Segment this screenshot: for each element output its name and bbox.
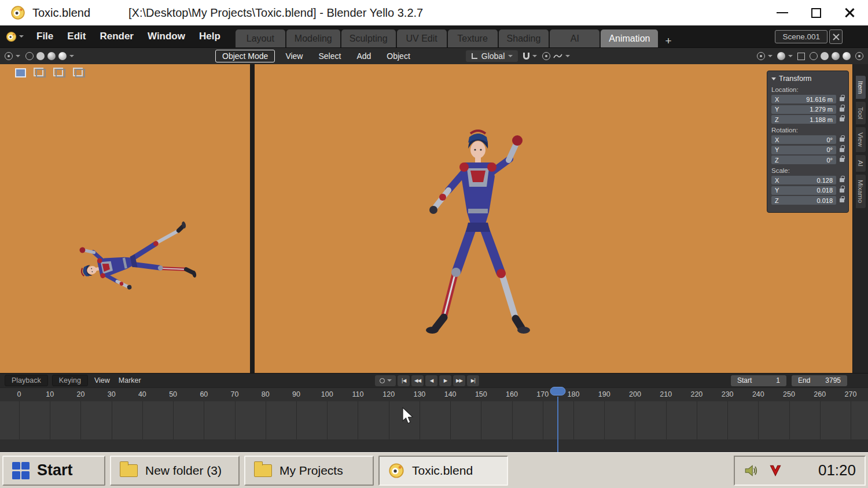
workspace-tab-animation[interactable]: Animation [601,29,658,47]
falloff-curve-icon[interactable] [553,53,562,59]
workspace-tab-layout[interactable]: Layout [236,29,285,47]
workspace-tab-texture[interactable]: Texture [448,29,498,47]
xray-toggle-icon[interactable] [797,53,805,60]
add-workspace-button[interactable]: + [659,35,677,47]
scale-x-field[interactable]: X 0.128 [771,176,836,184]
scene-unlink-button[interactable] [829,29,843,44]
shading-rendered-icon[interactable] [843,52,851,60]
location-y-field[interactable]: Y 1.279 m [771,105,836,114]
taskbar-item-new-folder[interactable]: New folder (3) [110,456,240,486]
menu-render[interactable]: Render [93,31,141,42]
maximize-button[interactable] [808,5,824,21]
start-button[interactable]: Start [2,456,105,486]
lock-icon[interactable] [840,198,844,202]
proportional-edit-icon[interactable] [542,52,550,60]
antivirus-arrow-icon[interactable] [768,463,783,478]
menu-edit[interactable]: Edit [60,31,93,42]
rotation-y-field[interactable]: Y 0° [771,146,836,154]
scale-y-field[interactable]: Y 0.018 [771,186,836,195]
shading-solid-icon[interactable] [36,52,45,60]
taskbar-item-my-projects[interactable]: My Projects [244,456,374,486]
viewport-menu-view[interactable]: View [280,51,308,61]
location-label: Location: [771,86,844,93]
playhead-handle[interactable] [550,387,566,395]
viewport-layout-icon-4[interactable] [73,68,85,77]
gizmo-icon[interactable] [757,52,765,60]
next-keyframe-button[interactable]: ▶▶ [453,375,465,386]
character-falling[interactable] [70,204,221,313]
workspace-tab-modeling[interactable]: Modeling [286,29,340,47]
keying-menu[interactable]: Keying [52,375,88,386]
viewport-menu-object[interactable]: Object [381,51,415,61]
timeline-view-menu[interactable]: View [92,376,112,385]
sidebar-tab-view[interactable]: View [856,127,866,152]
axis-label: Y [775,106,782,113]
rotation-z-field[interactable]: Z 0° [771,156,836,164]
location-x-field[interactable]: X 91.616 m [771,95,836,103]
lock-icon[interactable] [840,117,844,121]
viewport-left[interactable] [0,64,250,373]
menu-file[interactable]: File [30,31,60,42]
viewport-layout-icon-3[interactable] [53,68,65,77]
frame-end-field[interactable]: End 3795 [792,375,847,386]
transform-orientation-select[interactable]: Global [466,50,518,62]
jump-to-end-button[interactable]: ▶| [467,375,479,386]
frame-start-field[interactable]: Start 1 [731,375,786,386]
object-mode-select[interactable]: Object Mode [215,50,275,62]
lock-icon[interactable] [840,138,844,142]
shading-material-icon[interactable] [832,52,840,60]
viewport-menu-add[interactable]: Add [351,51,376,61]
rotation-x-field[interactable]: X 0° [771,135,836,144]
volume-icon[interactable] [744,463,759,478]
previous-keyframe-button[interactable]: ◀◀ [411,375,424,386]
viewport-menu-select[interactable]: Select [313,51,346,61]
blender-menu-button[interactable] [6,31,24,42]
character-standing[interactable] [402,125,553,373]
timeline-ruler[interactable]: 0102030405060708090100110120130140150160… [0,387,868,401]
lock-icon[interactable] [840,158,844,162]
viewport-layout-icon-2[interactable] [34,68,46,77]
lock-icon[interactable] [840,148,844,152]
sidebar-tab-tool[interactable]: Tool [856,102,866,124]
menu-window[interactable]: Window [141,31,192,42]
sidebar-tab-item[interactable]: Item [856,76,866,99]
render-preview-icon[interactable] [855,52,863,60]
timeline-grid[interactable] [0,401,868,452]
overlays-icon[interactable] [777,52,785,60]
workspace-tab-shading[interactable]: Shading [499,29,549,47]
lock-icon[interactable] [840,188,844,193]
playback-menu[interactable]: Playback [5,375,48,386]
workspace-tab-uv-edit[interactable]: UV Edit [397,29,447,47]
sidebar-tab-ai[interactable]: AI [856,155,866,172]
shading-solid-icon[interactable] [821,52,829,60]
playhead[interactable] [557,397,558,452]
shading-material-icon[interactable] [47,52,56,60]
auto-keying-button[interactable] [375,375,396,386]
workspace-tab-sculpting[interactable]: Sculpting [341,29,396,47]
workspace-tab-ai[interactable]: AI [550,29,599,47]
menu-help[interactable]: Help [192,31,227,42]
taskbar-item-toxic-blend[interactable]: Toxic.blend [378,456,508,486]
lock-icon[interactable] [840,108,844,112]
close-button[interactable] [841,5,858,21]
play-button[interactable]: ▶ [439,375,451,386]
scene-name-field[interactable]: Scene.001 [775,30,827,43]
shading-wireframe-icon[interactable] [25,52,34,60]
timeline-marker-menu[interactable]: Marker [116,376,144,385]
lock-icon[interactable] [840,178,844,182]
shading-rendered-icon[interactable] [58,52,67,60]
location-z-field[interactable]: Z 1.188 m [771,115,836,124]
play-reverse-button[interactable]: ◀ [425,375,437,386]
viewport-layout-icon-active[interactable] [15,68,26,77]
minimize-button[interactable] [774,5,790,21]
sidebar-tab-mixamo[interactable]: Mixamo [856,175,866,208]
scale-z-field[interactable]: Z 0.018 [771,196,836,205]
viewport-divider[interactable] [250,64,255,373]
viewport-right[interactable]: Transform Location: X 91.616 m Y 1.279 m [255,64,852,373]
editor-type-button[interactable] [5,52,20,60]
lock-icon[interactable] [840,97,844,101]
transform-panel-header[interactable]: Transform [771,75,844,83]
shading-wireframe-icon[interactable] [810,52,818,60]
snap-magnet-icon[interactable] [523,53,529,60]
jump-to-start-button[interactable]: |◀ [398,375,410,386]
